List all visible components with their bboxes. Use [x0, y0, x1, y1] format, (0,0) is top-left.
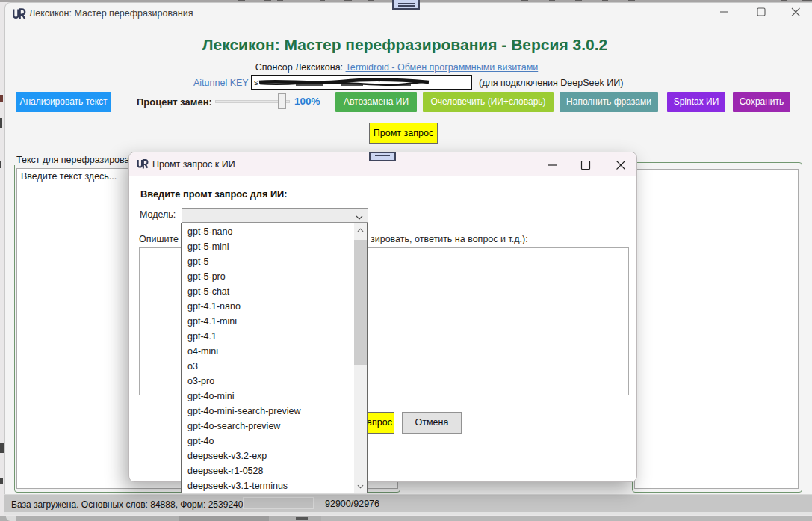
window-title: Лексикон: Мастер перефразирования	[29, 8, 193, 19]
background-window-left-edge	[0, 95, 3, 102]
model-combobox[interactable]	[182, 208, 368, 223]
api-key-input[interactable]: s	[251, 75, 472, 90]
analyze-text-button[interactable]: Анализировать текст	[16, 92, 111, 112]
background-window-left-edge	[0, 118, 2, 128]
model-dropdown-list: gpt-5-nanogpt-5-minigpt-5gpt-5-progpt-5-…	[181, 223, 368, 493]
app-logo-icon	[11, 7, 26, 22]
humanize-button[interactable]: Очеловечить (ИИ+словарь)	[423, 92, 554, 112]
main-window-grip[interactable]	[392, 0, 420, 10]
sponsor-link[interactable]: Termidroid - Обмен программными визитами	[346, 62, 539, 73]
model-option[interactable]: deepseek-v3.2-exp	[182, 448, 353, 463]
spintax-button[interactable]: Spintax ИИ	[667, 92, 725, 112]
model-option[interactable]: o4-mini	[182, 344, 353, 359]
status-progress-bar	[243, 497, 314, 509]
background-window-bottom-edge	[0, 516, 812, 521]
model-option[interactable]: gpt-4o-mini	[182, 389, 353, 404]
describe-label-right: зировать, ответить на вопрос и т.д.):	[371, 234, 528, 244]
dropdown-scrollbar[interactable]	[354, 223, 367, 493]
model-option[interactable]: gpt-4o	[182, 434, 353, 448]
cancel-button[interactable]: Отмена	[402, 412, 462, 434]
save-button[interactable]: Сохранить	[733, 92, 790, 112]
scrollbar-thumb[interactable]	[354, 240, 367, 365]
sponsor-line: Спонсор Лексикона: Termidroid - Обмен пр…	[0, 62, 801, 73]
model-option[interactable]: deepseek-r1-0528	[182, 463, 353, 478]
close-button[interactable]	[790, 7, 801, 17]
dialog-minimize-button[interactable]	[547, 160, 557, 170]
auto-replace-button[interactable]: Автозамена ИИ	[335, 92, 417, 112]
percent-value: 100%	[294, 96, 320, 107]
model-option[interactable]: gpt-5	[182, 254, 353, 269]
dialog-grip[interactable]	[369, 152, 396, 161]
status-text: База загружена. Основных слов: 84888, Фо…	[11, 499, 243, 510]
dialog-close-button[interactable]	[616, 160, 626, 170]
model-option[interactable]: gpt-5-pro	[182, 269, 353, 284]
model-label: Модель:	[140, 209, 176, 220]
status-bar: База загружена. Основных слов: 84888, Фо…	[4, 494, 812, 514]
scroll-up-icon[interactable]	[354, 223, 367, 236]
dialog-title: Промт запрос к ИИ	[152, 159, 235, 170]
dialog-intro-label: Введите промт запрос для ИИ:	[140, 188, 288, 200]
model-option[interactable]: gpt-4o-search-preview	[182, 419, 353, 434]
prompt-request-button[interactable]: Промт запрос	[369, 123, 438, 144]
model-option[interactable]: gpt-5-chat	[182, 284, 353, 299]
percent-slider-thumb[interactable]	[278, 93, 286, 109]
combobox-chevron-icon	[356, 215, 363, 221]
background-window-left-edge	[0, 478, 3, 484]
fill-phrases-button[interactable]: Наполнить фразами	[560, 92, 658, 112]
main-window-bottom-edge	[4, 512, 812, 515]
model-option[interactable]: gpt-4o-mini-search-preview	[182, 404, 353, 419]
describe-label-left: Опишите ч	[139, 234, 182, 244]
sponsor-prefix: Спонсор Лексикона:	[255, 62, 346, 73]
page-heading: Лексикон: Мастер перефразирования - Верс…	[1, 36, 809, 54]
masked-key-scribble: s	[252, 76, 471, 89]
aitunnel-key-link[interactable]: Aitunnel KEY	[193, 78, 249, 88]
dialog-maximize-button[interactable]	[580, 160, 591, 170]
model-option[interactable]: deepseek-v3.1-terminus	[182, 478, 353, 493]
minimize-button[interactable]	[719, 7, 730, 17]
background-window-left-edge	[0, 161, 1, 168]
model-option[interactable]: gpt-4.1-mini	[182, 314, 353, 329]
svg-text:s: s	[254, 78, 258, 87]
maximize-button[interactable]	[756, 7, 766, 17]
dialog-logo-icon	[136, 158, 149, 170]
model-option[interactable]: o3	[182, 359, 353, 374]
status-counter: 92900/92976	[325, 499, 379, 509]
model-options: gpt-5-nanogpt-5-minigpt-5gpt-5-progpt-5-…	[182, 224, 353, 493]
key-note: (для подключения DeepSeek ИИ)	[479, 78, 623, 88]
background-window-left-edge	[0, 443, 4, 453]
percent-label: Процент замен:	[137, 96, 212, 108]
result-text-area[interactable]	[634, 169, 799, 489]
model-option[interactable]: gpt-4.1	[182, 329, 353, 344]
model-option[interactable]: o3-pro	[182, 374, 353, 389]
model-option[interactable]: gpt-5-mini	[182, 239, 353, 254]
model-option[interactable]: gpt-5-nano	[182, 224, 353, 239]
scroll-down-icon[interactable]	[354, 480, 367, 493]
model-option[interactable]: gpt-4.1-nano	[182, 299, 353, 314]
